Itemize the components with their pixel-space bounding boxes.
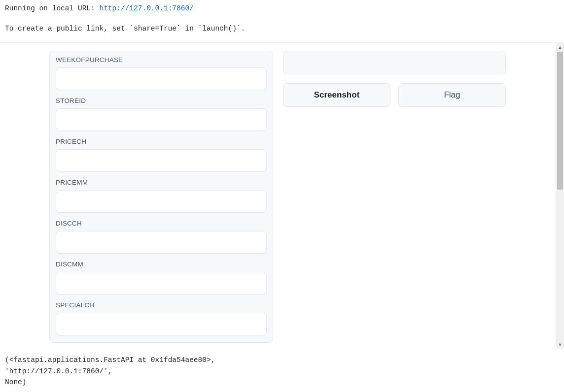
gradio-iframe-container: WEEKOFPURCHASE STOREID PRICECH PRICEMM D… xyxy=(0,42,564,349)
storeid-input[interactable] xyxy=(56,108,267,131)
output-panel-column: Screenshot Flag xyxy=(283,51,506,107)
pricech-input[interactable] xyxy=(56,149,267,172)
output-tuple-line2: 'http://127.0.0.1:7860/', xyxy=(5,366,559,377)
discch-input[interactable] xyxy=(56,231,267,254)
field-label: PRICEMM xyxy=(56,179,267,186)
field-specialch: SPECIALCH xyxy=(56,301,267,335)
output-tuple-line3: None) xyxy=(5,377,559,388)
scroll-down-arrow-icon[interactable]: ▼ xyxy=(556,340,564,349)
local-url-link[interactable]: http://127.0.0.1:7860/ xyxy=(99,4,193,12)
screenshot-button[interactable]: Screenshot xyxy=(283,83,390,107)
gradio-app: WEEKOFPURCHASE STOREID PRICECH PRICEMM D… xyxy=(0,43,556,349)
console-line-running: Running on local URL: http://127.0.0.1:7… xyxy=(5,3,559,14)
console-output-bottom: (<fastapi.applications.FastAPI at 0x1fda… xyxy=(0,349,564,388)
running-prefix: Running on local URL: xyxy=(5,4,99,12)
pricemm-input[interactable] xyxy=(56,190,267,213)
console-output-top: Running on local URL: http://127.0.0.1:7… xyxy=(0,0,564,34)
button-row: Screenshot Flag xyxy=(283,83,506,107)
field-label: SPECIALCH xyxy=(56,301,267,309)
console-line-share-hint: To create a public link, set `share=True… xyxy=(5,23,559,34)
field-pricech: PRICECH xyxy=(56,138,267,172)
discmm-input[interactable] xyxy=(56,272,267,294)
field-weekofpurchase: WEEKOFPURCHASE xyxy=(56,56,267,90)
field-label: WEEKOFPURCHASE xyxy=(56,56,267,64)
scroll-up-arrow-icon[interactable]: ▲ xyxy=(556,43,564,51)
scrollbar-thumb[interactable] xyxy=(557,52,563,190)
field-discch: DISCCH xyxy=(56,220,267,254)
input-panel: WEEKOFPURCHASE STOREID PRICECH PRICEMM D… xyxy=(49,51,273,343)
field-label: DISCCH xyxy=(56,220,267,227)
output-display xyxy=(283,51,506,74)
field-label: PRICECH xyxy=(56,138,267,145)
field-discmm: DISCMM xyxy=(56,261,267,294)
weekofpurchase-input[interactable] xyxy=(56,67,267,90)
flag-button[interactable]: Flag xyxy=(398,83,506,107)
gradio-columns: WEEKOFPURCHASE STOREID PRICECH PRICEMM D… xyxy=(49,51,512,343)
specialch-input[interactable] xyxy=(56,313,267,335)
field-storeid: STOREID xyxy=(56,97,267,131)
vertical-scrollbar[interactable]: ▲ ▼ xyxy=(556,43,564,349)
output-tuple-line1: (<fastapi.applications.FastAPI at 0x1fda… xyxy=(5,355,559,365)
field-label: STOREID xyxy=(56,97,267,104)
field-pricemm: PRICEMM xyxy=(56,179,267,213)
field-label: DISCMM xyxy=(56,261,267,268)
